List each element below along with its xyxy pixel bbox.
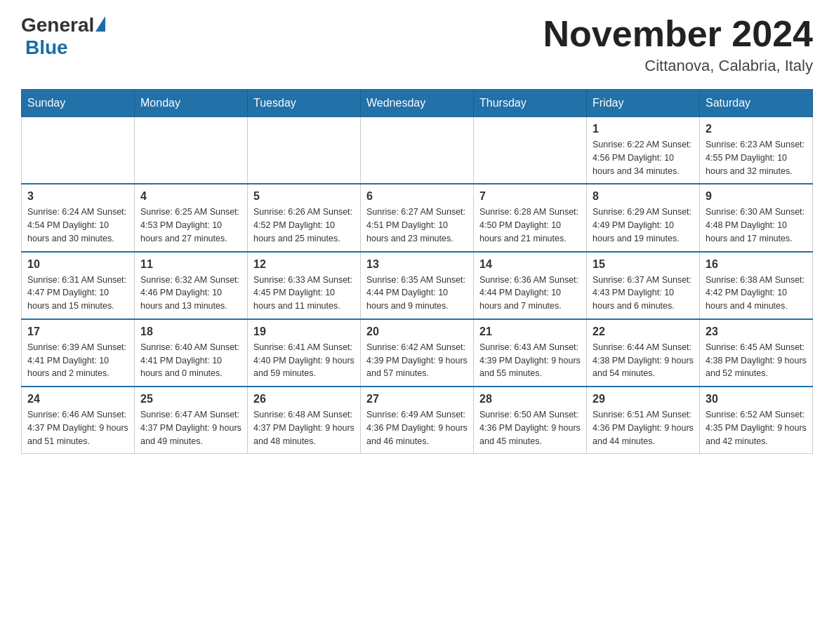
- day-number: 9: [706, 190, 807, 203]
- day-info: Sunrise: 6:41 AM Sunset: 4:40 PM Dayligh…: [253, 341, 355, 380]
- day-number: 26: [253, 393, 355, 405]
- page-header: General Blue November 2024 Cittanova, Ca…: [21, 14, 813, 75]
- day-info: Sunrise: 6:45 AM Sunset: 4:38 PM Dayligh…: [706, 341, 807, 380]
- calendar-day-cell: 7Sunrise: 6:28 AM Sunset: 4:50 PM Daylig…: [474, 184, 587, 251]
- calendar-day-cell: 17Sunrise: 6:39 AM Sunset: 4:41 PM Dayli…: [22, 319, 135, 387]
- calendar-day-cell: 23Sunrise: 6:45 AM Sunset: 4:38 PM Dayli…: [700, 319, 813, 387]
- calendar-weekday-header: Monday: [135, 90, 248, 117]
- calendar-day-cell: 11Sunrise: 6:32 AM Sunset: 4:46 PM Dayli…: [135, 252, 248, 319]
- day-info: Sunrise: 6:28 AM Sunset: 4:50 PM Dayligh…: [479, 206, 581, 245]
- day-info: Sunrise: 6:27 AM Sunset: 4:51 PM Dayligh…: [366, 206, 468, 245]
- day-number: 16: [706, 258, 807, 271]
- day-number: 15: [593, 258, 694, 271]
- day-info: Sunrise: 6:39 AM Sunset: 4:41 PM Dayligh…: [27, 341, 128, 380]
- day-number: 5: [253, 190, 355, 203]
- calendar-week-row: 3Sunrise: 6:24 AM Sunset: 4:54 PM Daylig…: [22, 184, 813, 251]
- day-number: 2: [706, 123, 807, 135]
- calendar-week-row: 1Sunrise: 6:22 AM Sunset: 4:56 PM Daylig…: [22, 117, 813, 185]
- day-info: Sunrise: 6:25 AM Sunset: 4:53 PM Dayligh…: [140, 206, 241, 245]
- day-info: Sunrise: 6:38 AM Sunset: 4:42 PM Dayligh…: [706, 274, 807, 313]
- day-number: 4: [140, 190, 241, 203]
- calendar-day-cell: 12Sunrise: 6:33 AM Sunset: 4:45 PM Dayli…: [248, 252, 361, 319]
- day-number: 20: [366, 326, 468, 338]
- day-number: 18: [140, 326, 241, 338]
- calendar-day-cell: 5Sunrise: 6:26 AM Sunset: 4:52 PM Daylig…: [248, 184, 361, 251]
- day-number: 23: [706, 326, 807, 338]
- calendar-day-cell: 3Sunrise: 6:24 AM Sunset: 4:54 PM Daylig…: [22, 184, 135, 251]
- day-info: Sunrise: 6:29 AM Sunset: 4:49 PM Dayligh…: [593, 206, 694, 245]
- calendar-weekday-header: Friday: [587, 90, 700, 117]
- calendar-day-cell: 10Sunrise: 6:31 AM Sunset: 4:47 PM Dayli…: [22, 252, 135, 319]
- calendar-day-cell: [248, 117, 361, 185]
- day-number: 22: [593, 326, 694, 338]
- day-number: 14: [479, 258, 581, 271]
- calendar-day-cell: 2Sunrise: 6:23 AM Sunset: 4:55 PM Daylig…: [700, 117, 813, 185]
- day-number: 24: [27, 393, 128, 405]
- day-info: Sunrise: 6:31 AM Sunset: 4:47 PM Dayligh…: [27, 274, 128, 313]
- day-info: Sunrise: 6:24 AM Sunset: 4:54 PM Dayligh…: [27, 206, 128, 245]
- calendar-day-cell: 19Sunrise: 6:41 AM Sunset: 4:40 PM Dayli…: [248, 319, 361, 387]
- calendar-header-row: SundayMondayTuesdayWednesdayThursdayFrid…: [22, 90, 813, 117]
- day-number: 17: [27, 326, 128, 338]
- day-info: Sunrise: 6:37 AM Sunset: 4:43 PM Dayligh…: [593, 274, 694, 313]
- calendar-weekday-header: Saturday: [700, 90, 813, 117]
- day-info: Sunrise: 6:47 AM Sunset: 4:37 PM Dayligh…: [140, 408, 241, 448]
- calendar-day-cell: 4Sunrise: 6:25 AM Sunset: 4:53 PM Daylig…: [135, 184, 248, 251]
- calendar-day-cell: [22, 117, 135, 185]
- calendar-weekday-header: Wednesday: [361, 90, 474, 117]
- calendar-day-cell: 30Sunrise: 6:52 AM Sunset: 4:35 PM Dayli…: [700, 387, 813, 454]
- calendar-week-row: 17Sunrise: 6:39 AM Sunset: 4:41 PM Dayli…: [22, 319, 813, 387]
- calendar-table: SundayMondayTuesdayWednesdayThursdayFrid…: [21, 89, 813, 454]
- day-info: Sunrise: 6:43 AM Sunset: 4:39 PM Dayligh…: [479, 341, 581, 380]
- day-info: Sunrise: 6:22 AM Sunset: 4:56 PM Dayligh…: [593, 138, 694, 177]
- day-info: Sunrise: 6:42 AM Sunset: 4:39 PM Dayligh…: [366, 341, 468, 380]
- day-info: Sunrise: 6:52 AM Sunset: 4:35 PM Dayligh…: [706, 408, 807, 448]
- logo-blue-text: Blue: [25, 36, 68, 59]
- day-info: Sunrise: 6:32 AM Sunset: 4:46 PM Dayligh…: [140, 274, 241, 313]
- calendar-day-cell: 24Sunrise: 6:46 AM Sunset: 4:37 PM Dayli…: [22, 387, 135, 454]
- calendar-day-cell: 15Sunrise: 6:37 AM Sunset: 4:43 PM Dayli…: [587, 252, 700, 319]
- location-subtitle: Cittanova, Calabria, Italy: [543, 57, 813, 75]
- logo: General Blue: [21, 14, 105, 59]
- calendar-day-cell: 21Sunrise: 6:43 AM Sunset: 4:39 PM Dayli…: [474, 319, 587, 387]
- day-number: 25: [140, 393, 241, 405]
- calendar-day-cell: 27Sunrise: 6:49 AM Sunset: 4:36 PM Dayli…: [361, 387, 474, 454]
- calendar-day-cell: 20Sunrise: 6:42 AM Sunset: 4:39 PM Dayli…: [361, 319, 474, 387]
- calendar-day-cell: 25Sunrise: 6:47 AM Sunset: 4:37 PM Dayli…: [135, 387, 248, 454]
- logo-general-text: General: [21, 14, 94, 36]
- day-number: 13: [366, 258, 468, 271]
- day-number: 30: [706, 393, 807, 405]
- day-info: Sunrise: 6:30 AM Sunset: 4:48 PM Dayligh…: [706, 206, 807, 245]
- day-info: Sunrise: 6:44 AM Sunset: 4:38 PM Dayligh…: [593, 341, 694, 380]
- day-number: 19: [253, 326, 355, 338]
- day-info: Sunrise: 6:46 AM Sunset: 4:37 PM Dayligh…: [27, 408, 128, 448]
- calendar-week-row: 10Sunrise: 6:31 AM Sunset: 4:47 PM Dayli…: [22, 252, 813, 319]
- calendar-day-cell: 1Sunrise: 6:22 AM Sunset: 4:56 PM Daylig…: [587, 117, 700, 185]
- day-info: Sunrise: 6:36 AM Sunset: 4:44 PM Dayligh…: [479, 274, 581, 313]
- day-info: Sunrise: 6:48 AM Sunset: 4:37 PM Dayligh…: [253, 408, 355, 448]
- day-info: Sunrise: 6:35 AM Sunset: 4:44 PM Dayligh…: [366, 274, 468, 313]
- day-number: 11: [140, 258, 241, 271]
- day-info: Sunrise: 6:50 AM Sunset: 4:36 PM Dayligh…: [479, 408, 581, 448]
- calendar-day-cell: 13Sunrise: 6:35 AM Sunset: 4:44 PM Dayli…: [361, 252, 474, 319]
- day-number: 1: [593, 123, 694, 135]
- calendar-week-row: 24Sunrise: 6:46 AM Sunset: 4:37 PM Dayli…: [22, 387, 813, 454]
- calendar-day-cell: 28Sunrise: 6:50 AM Sunset: 4:36 PM Dayli…: [474, 387, 587, 454]
- day-number: 7: [479, 190, 581, 203]
- day-number: 27: [366, 393, 468, 405]
- day-number: 21: [479, 326, 581, 338]
- day-info: Sunrise: 6:23 AM Sunset: 4:55 PM Dayligh…: [706, 138, 807, 177]
- calendar-day-cell: 26Sunrise: 6:48 AM Sunset: 4:37 PM Dayli…: [248, 387, 361, 454]
- day-info: Sunrise: 6:40 AM Sunset: 4:41 PM Dayligh…: [140, 341, 241, 380]
- day-number: 12: [253, 258, 355, 271]
- day-number: 28: [479, 393, 581, 405]
- calendar-day-cell: [361, 117, 474, 185]
- day-number: 6: [366, 190, 468, 203]
- day-info: Sunrise: 6:33 AM Sunset: 4:45 PM Dayligh…: [253, 274, 355, 313]
- day-info: Sunrise: 6:26 AM Sunset: 4:52 PM Dayligh…: [253, 206, 355, 245]
- calendar-day-cell: 16Sunrise: 6:38 AM Sunset: 4:42 PM Dayli…: [700, 252, 813, 319]
- calendar-day-cell: [135, 117, 248, 185]
- day-info: Sunrise: 6:51 AM Sunset: 4:36 PM Dayligh…: [593, 408, 694, 448]
- calendar-day-cell: [474, 117, 587, 185]
- logo-triangle-icon: [95, 16, 105, 32]
